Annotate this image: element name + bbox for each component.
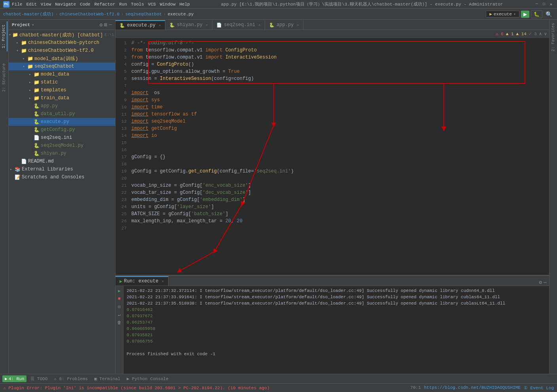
tab-app[interactable]: 🐍 app.py ✕ (265, 20, 303, 30)
line-content-6: session = InteractiveSession(config=conf… (130, 75, 254, 82)
run-button[interactable]: ▶ (521, 11, 529, 18)
console-line-5: 0.07937672 (127, 313, 546, 319)
line-num-21: 21 (116, 182, 130, 189)
sidebar-layout-icon[interactable]: ⊞ (104, 22, 107, 28)
run-tab-label: Run: (124, 278, 135, 284)
warn-count: ▲ 1 (506, 32, 514, 36)
debug-button[interactable]: 🐛 (531, 10, 542, 18)
tree-label-datautil: data_util.py (41, 111, 75, 117)
sidebar-collapse-icon[interactable]: ─ (109, 22, 112, 28)
breadcrumb-part1[interactable]: chatbot-master(成功) (3, 11, 54, 17)
menu-run[interactable]: Run (119, 2, 127, 7)
tree-item-tf2[interactable]: ▾ 📁 chineseChatbotWeb-tf2.0 (9, 47, 115, 55)
run-tab-bottom[interactable]: ▶ 4: Run (2, 375, 27, 382)
clear-btn[interactable]: 🗑 (116, 319, 123, 326)
folder-icon-traindata: 📁 (34, 95, 40, 101)
sidebar-gear-icon[interactable]: ⚙ (100, 22, 103, 28)
py-icon-shiyan: 🐍 (34, 151, 40, 157)
tree-item-root[interactable]: ▾ 📁 chatbot-master(成功) [chatbot] E:\1.我的… (9, 31, 115, 39)
minimize-button[interactable]: ─ (534, 2, 540, 7)
breadcrumb-part2[interactable]: chineseChatbotWeb-tf2.0 (59, 12, 119, 17)
tab-close-shiyan[interactable]: ✕ (206, 23, 208, 27)
menu-navigate[interactable]: Navigate (55, 2, 76, 7)
search-button[interactable]: 🔍 (544, 10, 554, 18)
tree-item-shiyan[interactable]: ▸ 🐍 shiyan.py (9, 150, 115, 157)
bottom-tabs: ▶ Run: execute ✕ ⚙ ─ (116, 276, 549, 286)
tab-ini[interactable]: 📄 seq2seq.ini ✕ (212, 20, 265, 30)
tree-label-modeldata: model_data(训练) (34, 55, 78, 62)
event-log[interactable]: ① Event Log (524, 385, 554, 390)
project-tab[interactable]: 1: Project (1, 21, 8, 51)
breadcrumb-part3[interactable]: seq2seqChatbot (125, 12, 162, 17)
problems-tab[interactable]: ⚠ 6: Problems (51, 375, 90, 382)
tree-item-modeldata[interactable]: ▸ 📁 model_data(训练) (9, 55, 115, 62)
menu-code[interactable]: Code (80, 2, 90, 7)
menu-tools[interactable]: Tools (131, 2, 144, 7)
run-tab-close[interactable]: ✕ (161, 279, 164, 284)
right-favorites-panel: 2: Favorites (549, 20, 557, 374)
tree-item-seq2seqmodel[interactable]: ▸ 🐍 seq2seqModel.py (9, 142, 115, 150)
tree-item-getconfig[interactable]: ▸ 🐍 getConfig.py (9, 126, 115, 134)
menu-vcs[interactable]: VCS (148, 2, 156, 7)
structure-tab[interactable]: 2: Structure (1, 60, 7, 95)
window-controls[interactable]: ─ □ ✕ (534, 2, 554, 7)
tree-item-scratches[interactable]: ▸ 📝 Scratches and Consoles (9, 173, 115, 181)
line-num-2: 2 (116, 47, 130, 54)
todo-tab[interactable]: ☰ TODO (28, 375, 50, 382)
tree-item-static[interactable]: ▸ 📁 static (9, 78, 115, 86)
tree-item-traindata[interactable]: ▸ 📁 train_data (9, 94, 115, 102)
chevron-down-icon[interactable]: ∨ (544, 31, 547, 36)
tab-close-ini[interactable]: ✕ (258, 23, 261, 27)
menu-view[interactable]: View (41, 2, 51, 7)
code-editor[interactable]: 1 # -*- coding:utf-8 -*- 2 from tensorfl… (116, 38, 549, 275)
tree-item-seq2seqini[interactable]: ▸ 📄 seq2seq.ini (9, 134, 115, 142)
line-num-12: 12 (116, 118, 130, 125)
tab-shiyan[interactable]: 🐍 shiyan.py ✕ (165, 20, 212, 30)
tree-spacer-getconfig: ▸ (28, 127, 32, 132)
python-console-tab[interactable]: ▶ Python Console (124, 375, 171, 382)
tree-spacer-readme: ▸ (15, 159, 20, 164)
line-num-1: 1 (116, 40, 130, 47)
breadcrumb-part4: execute.py (168, 12, 194, 17)
tree-item-datautil[interactable]: ▸ 🐍 data_util.py (9, 110, 115, 118)
tree-item-execute[interactable]: ▸ 🐍 execute.py (9, 118, 115, 126)
tab-label-execute: execute.py (127, 23, 155, 28)
tab-close-execute[interactable]: ✕ (159, 23, 161, 28)
run-config-selector[interactable]: ▶ execute ▾ (486, 11, 519, 17)
status-url[interactable]: https://blog.csdn.net/BUZHIDAOQUSHIME (424, 385, 521, 390)
close-button[interactable]: ✕ (548, 2, 554, 7)
tree-item-seq2seq[interactable]: ▾ 📁 seq2seqChatbot (9, 62, 115, 70)
app-icon: PC (3, 1, 9, 8)
menu-edit[interactable]: Edit (26, 2, 36, 7)
bottom-tab-run[interactable]: ▶ Run: execute ✕ (116, 276, 169, 286)
favorites-label[interactable]: 2: Favorites (550, 20, 557, 55)
maximize-button[interactable]: □ (541, 2, 547, 7)
line-content-22: vocab_tar_size = gConfig['dec_vocab_size… (130, 189, 251, 196)
tree-item-templates[interactable]: ▸ 📁 templates (9, 86, 115, 94)
stop-btn[interactable]: ■ (116, 295, 123, 302)
scroll-btn[interactable]: ⊡ (116, 303, 123, 310)
tab-execute[interactable]: 🐍 execute.py ✕ (116, 20, 165, 30)
menu-bar[interactable]: File Edit View Navigate Code Refactor Ru… (12, 2, 190, 7)
terminal-tab[interactable]: ▣ Terminal (92, 375, 123, 382)
menu-help[interactable]: Help (180, 2, 190, 7)
wrap-btn[interactable]: ↵ (116, 311, 123, 318)
tab-close-app[interactable]: ✕ (297, 23, 299, 27)
tree-item-modeldata2[interactable]: ▸ 📁 model_data (9, 70, 115, 78)
console-line-7: 0.060665958 (127, 326, 546, 332)
tree-item-readme[interactable]: ▸ 📄 README.md (9, 157, 115, 165)
left-tab-strip: 1: Project 2: Structure (0, 20, 9, 374)
tree-item-app[interactable]: ▸ 🐍 app.py (9, 102, 115, 110)
line-content-16 (130, 146, 131, 153)
chevron-up-icon[interactable]: ∧ (539, 31, 542, 36)
tree-item-extlibs[interactable]: ▸ 📚 External Libraries (9, 165, 115, 173)
minus-icon[interactable]: ─ (544, 280, 547, 286)
tree-item-pytorch[interactable]: ▸ 📁 chineseChatbotWeb-pytorch (9, 39, 115, 47)
menu-file[interactable]: File (12, 2, 22, 7)
menu-window[interactable]: Window (160, 2, 176, 7)
play-btn[interactable]: ▶ (116, 288, 123, 294)
line-num-23: 23 (116, 196, 130, 203)
gear-icon[interactable]: ⚙ (539, 279, 542, 286)
code-line-22: 22 vocab_tar_size = gConfig['dec_vocab_s… (116, 189, 549, 196)
menu-refactor[interactable]: Refactor (94, 2, 115, 7)
